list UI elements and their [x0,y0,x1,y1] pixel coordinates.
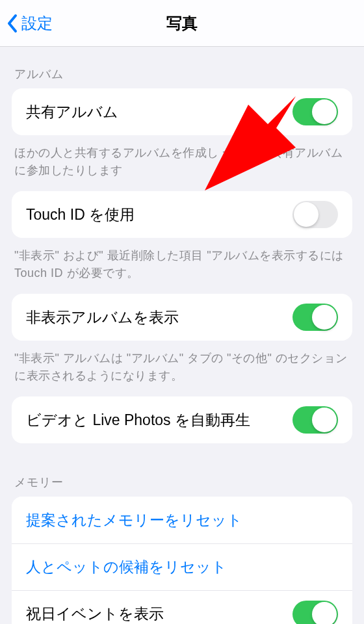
reset-people-pets-label: 人とペットの候補をリセット [26,557,227,577]
touchid-toggle[interactable] [292,201,338,228]
toggle-knob [294,202,318,227]
content: アルバム 共有アルバム ほかの人と共有するアルバムを作成し かの人の共有アルバム… [0,47,364,624]
cell-holiday-events: 祝日イベントを表示 [12,590,352,624]
cell-group-hidden-album: 非表示アルバムを表示 [12,294,352,341]
back-button[interactable]: 設定 [0,13,53,34]
back-label: 設定 [21,13,53,34]
toggle-knob [312,408,337,432]
toggle-knob [312,99,337,124]
autoplay-toggle[interactable] [292,406,338,434]
cell-group-memory: 提案されたメモリーをリセット 人とペットの候補をリセット 祝日イベントを表示 [12,497,352,624]
cell-group-shared-album: 共有アルバム [12,88,352,135]
hidden-album-toggle[interactable] [292,304,338,331]
shared-album-label: 共有アルバム [26,102,118,122]
reset-suggested-label: 提案されたメモリーをリセット [26,510,242,530]
navbar: 設定 写真 [0,0,364,47]
autoplay-label: ビデオと Live Photos を自動再生 [26,410,250,430]
section-header-album: アルバム [0,47,364,88]
cell-hidden-album: 非表示アルバムを表示 [12,294,352,341]
toggle-knob [312,602,337,625]
shared-album-toggle[interactable] [292,98,338,125]
hidden-album-footer: "非表示" アルバムは "アルバム" タブの "その他" のセクションに表示され… [0,341,364,396]
shared-album-footer: ほかの人と共有するアルバムを作成し かの人の共有アルバムに参加したりします [0,135,364,191]
touchid-label: Touch ID を使用 [26,205,135,225]
cell-group-autoplay: ビデオと Live Photos を自動再生 [12,396,352,443]
section-header-memory: メモリー [0,455,364,497]
cell-shared-album: 共有アルバム [12,88,352,135]
hidden-album-label: 非表示アルバムを表示 [26,307,179,328]
cell-reset-people-pets[interactable]: 人とペットの候補をリセット [12,543,352,590]
cell-touchid: Touch ID を使用 [12,191,352,238]
touchid-footer: "非表示" および" 最近削除した項目 "アルバムを表示するには Touch I… [0,238,364,294]
holiday-events-toggle[interactable] [292,601,338,625]
cell-group-touchid: Touch ID を使用 [12,191,352,238]
chevron-left-icon [6,14,18,33]
cell-reset-suggested-memories[interactable]: 提案されたメモリーをリセット [12,497,352,543]
cell-autoplay: ビデオと Live Photos を自動再生 [12,396,352,443]
holiday-events-label: 祝日イベントを表示 [26,604,164,624]
toggle-knob [312,305,337,330]
page-title: 写真 [166,13,198,34]
